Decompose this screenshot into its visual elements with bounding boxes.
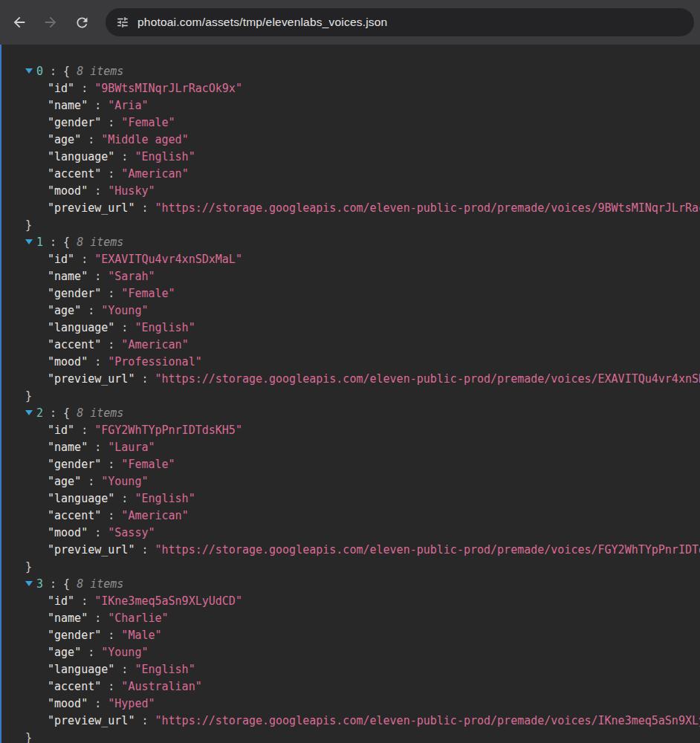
json-row: age : Middle aged <box>0 132 700 149</box>
collapse-caret-icon[interactable] <box>25 581 33 586</box>
json-key: language <box>48 492 114 505</box>
json-value: Charlie <box>108 611 168 625</box>
json-value: Australian <box>121 680 201 693</box>
punctuation: : <box>88 697 108 710</box>
json-row: 1 : { 8 items <box>0 234 700 251</box>
json-row: accent : American <box>0 337 700 354</box>
url-text: photoai.com/assets/tmp/elevenlabs_voices… <box>137 16 387 29</box>
json-value: 9BWtsMINqrJLrRacOk9x <box>94 82 242 95</box>
json-key: language <box>48 150 114 163</box>
close-brace: } <box>25 560 32 574</box>
json-value: FGY2WhTYpPnrIDTdsKH5 <box>94 424 242 437</box>
json-row: accent : American <box>0 507 700 525</box>
punctuation: : <box>114 150 135 163</box>
json-value: Middle aged <box>101 133 188 146</box>
json-value: English <box>135 663 195 676</box>
json-key: id <box>48 253 74 266</box>
json-row: gender : Female <box>0 456 700 473</box>
back-arrow-icon <box>11 14 27 30</box>
punctuation: : <box>81 133 101 146</box>
json-value: Male <box>121 629 161 642</box>
items-count: 8 items <box>77 236 123 249</box>
json-row: accent : Australian <box>0 678 700 695</box>
items-count: 8 items <box>77 65 123 78</box>
collapse-caret-icon[interactable] <box>25 410 33 415</box>
json-row: gender : Female <box>0 285 700 302</box>
close-brace: } <box>25 218 32 232</box>
forward-arrow-icon <box>42 14 59 30</box>
json-row: } <box>0 730 700 743</box>
punctuation: : <box>101 167 121 181</box>
json-key: mood <box>48 697 88 710</box>
punctuation: : <box>74 424 94 437</box>
collapse-caret-icon[interactable] <box>25 239 33 244</box>
json-key: preview_url <box>48 543 135 557</box>
json-key: preview_url <box>48 372 135 386</box>
json-key: preview_url <box>48 201 135 215</box>
json-row: id : 9BWtsMINqrJLrRacOk9x <box>0 80 700 97</box>
punctuation: : { <box>43 577 77 591</box>
punctuation: : <box>74 253 94 266</box>
items-count: 8 items <box>77 577 123 591</box>
close-brace: } <box>25 389 32 403</box>
json-value: Sarah <box>108 270 155 283</box>
json-row: name : Laura <box>0 439 700 456</box>
reload-icon <box>74 15 90 30</box>
json-value: Young <box>101 475 148 488</box>
json-value: Female <box>121 116 175 129</box>
json-value: Husky <box>108 184 155 198</box>
items-count: 8 items <box>77 406 123 420</box>
back-button[interactable] <box>6 9 33 36</box>
json-row: } <box>0 388 700 405</box>
json-value: IKne3meq5aSn9XLyUdCD <box>94 594 242 608</box>
punctuation: : <box>88 526 108 539</box>
json-value: American <box>121 338 188 351</box>
json-key: age <box>48 475 81 488</box>
forward-button[interactable] <box>37 9 64 36</box>
json-key: id <box>48 594 74 608</box>
json-row: id : FGY2WhTYpPnrIDTdsKH5 <box>0 422 700 439</box>
punctuation: : <box>81 304 101 317</box>
json-row: gender : Male <box>0 627 700 644</box>
punctuation: : <box>101 338 121 351</box>
json-row: language : English <box>0 661 700 678</box>
json-key: name <box>48 611 88 625</box>
punctuation: : <box>88 441 108 454</box>
close-brace: } <box>25 731 32 743</box>
url-bar[interactable]: photoai.com/assets/tmp/elevenlabs_voices… <box>106 8 694 36</box>
json-value: Sassy <box>108 526 155 539</box>
punctuation: : <box>81 646 101 659</box>
json-row: 2 : { 8 items <box>0 405 700 422</box>
json-key: age <box>48 133 81 146</box>
punctuation: : <box>74 82 94 95</box>
json-row: name : Charlie <box>0 610 700 627</box>
json-row: age : Young <box>0 473 700 490</box>
json-key: accent <box>48 680 101 693</box>
punctuation: : { <box>43 236 77 249</box>
punctuation: : <box>81 475 101 488</box>
reload-button[interactable] <box>68 9 95 36</box>
json-value: American <box>121 167 188 181</box>
punctuation: : <box>88 355 108 369</box>
json-tree: root : [ 27 items 0 : { 8 itemsid : 9BWt… <box>0 46 700 743</box>
json-row: preview_url : https://storage.googleapis… <box>0 371 700 388</box>
punctuation: : <box>88 611 108 625</box>
json-row: id : IKne3meq5aSn9XLyUdCD <box>0 593 700 610</box>
copy-icon[interactable] <box>149 46 173 63</box>
punctuation: : <box>114 663 135 676</box>
json-value: https://storage.googleapis.com/eleven-pu… <box>155 714 700 727</box>
json-row: id : EXAVITQu4vr4xnSDxMaL <box>0 251 700 268</box>
site-settings-tune-icon[interactable] <box>116 16 129 29</box>
collapse-caret-icon[interactable] <box>25 68 33 74</box>
json-row: root : [ 27 items <box>0 46 700 63</box>
punctuation: : { <box>43 406 77 420</box>
json-key: gender <box>48 287 101 300</box>
json-row: mood : Sassy <box>0 525 700 542</box>
json-value: https://storage.googleapis.com/eleven-pu… <box>155 201 700 215</box>
json-row: mood : Husky <box>0 183 700 200</box>
json-row: accent : American <box>0 166 700 183</box>
punctuation: : <box>135 201 155 215</box>
json-row: preview_url : https://storage.googleapis… <box>0 713 700 730</box>
json-row: 0 : { 8 items <box>0 63 700 80</box>
json-value: Female <box>121 287 175 300</box>
